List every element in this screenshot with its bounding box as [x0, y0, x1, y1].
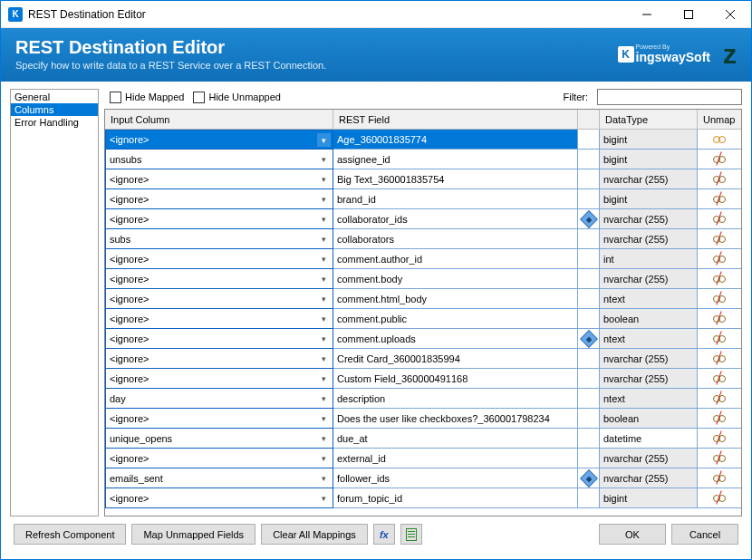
chevron-down-icon[interactable]: ▾: [317, 252, 331, 266]
cancel-button[interactable]: Cancel: [671, 524, 738, 545]
rest-field-cell[interactable]: Age_360001835774: [333, 130, 578, 150]
chevron-down-icon[interactable]: ▾: [317, 312, 331, 325]
chevron-down-icon[interactable]: ▾: [317, 232, 331, 246]
table-row[interactable]: <ignore>▾forum_topic_idbigint: [105, 488, 741, 508]
input-column-cell[interactable]: <ignore>▾: [105, 130, 333, 150]
header-datatype[interactable]: DataType: [600, 110, 698, 129]
chevron-down-icon[interactable]: ▾: [317, 372, 331, 385]
table-row[interactable]: emails_sent▾follower_ids◆nvarchar (255): [105, 468, 741, 488]
chevron-down-icon[interactable]: ▾: [317, 451, 331, 465]
chevron-down-icon[interactable]: ▾: [317, 133, 331, 147]
input-column-cell[interactable]: <ignore>▾: [105, 369, 333, 389]
close-button[interactable]: [709, 1, 751, 27]
minimize-button[interactable]: [626, 1, 668, 27]
input-column-cell[interactable]: subs▾: [105, 229, 333, 249]
header-unmap[interactable]: Unmap: [698, 110, 741, 129]
chevron-down-icon[interactable]: ▾: [317, 391, 331, 405]
table-row[interactable]: unsubs▾assignee_idbigint: [105, 150, 741, 169]
chevron-down-icon[interactable]: ▾: [317, 332, 331, 345]
input-column-cell[interactable]: <ignore>▾: [105, 289, 333, 309]
rest-field-cell[interactable]: external_id: [333, 449, 578, 468]
input-column-cell[interactable]: day▾: [105, 389, 333, 409]
header-rest-field[interactable]: REST Field: [333, 110, 578, 129]
table-row[interactable]: <ignore>▾Custom Field_360000491168nvarch…: [105, 369, 741, 389]
table-row[interactable]: <ignore>▾comment.bodynvarchar (255): [105, 269, 741, 289]
chevron-down-icon[interactable]: ▾: [317, 431, 331, 445]
table-row[interactable]: <ignore>▾Big Text_360001835754nvarchar (…: [105, 169, 741, 189]
input-column-cell[interactable]: unique_opens▾: [105, 429, 333, 449]
unmap-cell[interactable]: [698, 309, 741, 329]
grid-body[interactable]: <ignore>▾Age_360001835774bigintunsubs▾as…: [105, 130, 741, 516]
chevron-down-icon[interactable]: ▾: [317, 292, 331, 305]
input-column-cell[interactable]: emails_sent▾: [105, 468, 333, 488]
input-column-cell[interactable]: <ignore>▾: [105, 249, 333, 269]
map-unmapped-fields-button[interactable]: Map Unmapped Fields: [131, 524, 255, 545]
unmap-cell[interactable]: [698, 468, 741, 488]
input-column-cell[interactable]: unsubs▾: [105, 150, 333, 169]
chevron-down-icon[interactable]: ▾: [317, 272, 331, 285]
table-row[interactable]: <ignore>▾collaborator_ids◆nvarchar (255): [105, 209, 741, 229]
unmap-cell[interactable]: [698, 169, 741, 189]
rest-field-cell[interactable]: due_at: [333, 429, 578, 449]
filter-input[interactable]: [597, 89, 742, 105]
rest-field-cell[interactable]: forum_topic_id: [333, 488, 578, 508]
unmap-cell[interactable]: [698, 130, 741, 150]
table-row[interactable]: subs▾collaboratorsnvarchar (255): [105, 229, 741, 249]
ok-button[interactable]: OK: [599, 524, 666, 545]
datatype-cell[interactable]: datetime: [600, 429, 698, 449]
rest-field-cell[interactable]: comment.html_body: [333, 289, 578, 309]
input-column-cell[interactable]: <ignore>▾: [105, 189, 333, 209]
header-input-column[interactable]: Input Column: [105, 110, 333, 129]
input-column-cell[interactable]: <ignore>▾: [105, 169, 333, 189]
sidebar-item-columns[interactable]: Columns: [11, 103, 98, 116]
input-column-cell[interactable]: <ignore>▾: [105, 209, 333, 229]
rest-field-cell[interactable]: comment.author_id: [333, 249, 578, 269]
table-row[interactable]: <ignore>▾comment.publicboolean: [105, 309, 741, 329]
unmap-cell[interactable]: [698, 329, 741, 349]
chevron-down-icon[interactable]: ▾: [317, 152, 331, 166]
unmap-cell[interactable]: [698, 389, 741, 409]
rest-field-cell[interactable]: comment.body: [333, 269, 578, 289]
rest-field-cell[interactable]: Custom Field_360000491168: [333, 369, 578, 389]
unmap-cell[interactable]: [698, 409, 741, 429]
rest-field-cell[interactable]: collaborator_ids: [333, 209, 578, 229]
hide-unmapped-checkbox[interactable]: Hide Unmapped: [193, 92, 281, 103]
unmap-cell[interactable]: [698, 249, 741, 269]
unmap-cell[interactable]: [698, 189, 741, 209]
table-row[interactable]: <ignore>▾external_idnvarchar (255): [105, 449, 741, 468]
unmap-cell[interactable]: [698, 488, 741, 508]
table-row[interactable]: <ignore>▾comment.html_bodyntext: [105, 289, 741, 309]
chevron-down-icon[interactable]: ▾: [317, 491, 331, 505]
hide-mapped-checkbox[interactable]: Hide Mapped: [110, 92, 184, 103]
unmap-cell[interactable]: [698, 429, 741, 449]
rest-field-cell[interactable]: Does the user like checkboxes?_360001798…: [333, 409, 578, 429]
table-row[interactable]: <ignore>▾brand_idbigint: [105, 189, 741, 209]
unmap-cell[interactable]: [698, 349, 741, 369]
table-row[interactable]: <ignore>▾Does the user like checkboxes?_…: [105, 409, 741, 429]
chevron-down-icon[interactable]: ▾: [317, 212, 331, 226]
input-column-cell[interactable]: <ignore>▾: [105, 309, 333, 329]
table-row[interactable]: <ignore>▾Age_360001835774bigint: [105, 130, 741, 150]
input-column-cell[interactable]: <ignore>▾: [105, 349, 333, 369]
chevron-down-icon[interactable]: ▾: [317, 411, 331, 425]
unmap-cell[interactable]: [698, 289, 741, 309]
header-flag[interactable]: [578, 110, 600, 129]
rest-field-cell[interactable]: description: [333, 389, 578, 409]
input-column-cell[interactable]: <ignore>▾: [105, 409, 333, 429]
sidebar-item-error-handling[interactable]: Error Handling: [11, 116, 98, 129]
rest-field-cell[interactable]: follower_ids: [333, 468, 578, 488]
unmap-cell[interactable]: [698, 269, 741, 289]
table-row[interactable]: <ignore>▾Credit Card_360001835994nvarcha…: [105, 349, 741, 369]
input-column-cell[interactable]: <ignore>▾: [105, 329, 333, 349]
rest-field-cell[interactable]: Big Text_360001835754: [333, 169, 578, 189]
unmap-cell[interactable]: [698, 150, 741, 169]
chevron-down-icon[interactable]: ▾: [317, 192, 331, 206]
unmap-cell[interactable]: [698, 209, 741, 229]
unmap-cell[interactable]: [698, 449, 741, 468]
table-row[interactable]: <ignore>▾comment.uploads◆ntext: [105, 329, 741, 349]
table-row[interactable]: <ignore>▾comment.author_idint: [105, 249, 741, 269]
table-row[interactable]: unique_opens▾due_atdatetime: [105, 429, 741, 449]
rest-field-cell[interactable]: comment.uploads: [333, 329, 578, 349]
clear-all-mappings-button[interactable]: Clear All Mappings: [261, 524, 368, 545]
input-column-cell[interactable]: <ignore>▾: [105, 488, 333, 508]
